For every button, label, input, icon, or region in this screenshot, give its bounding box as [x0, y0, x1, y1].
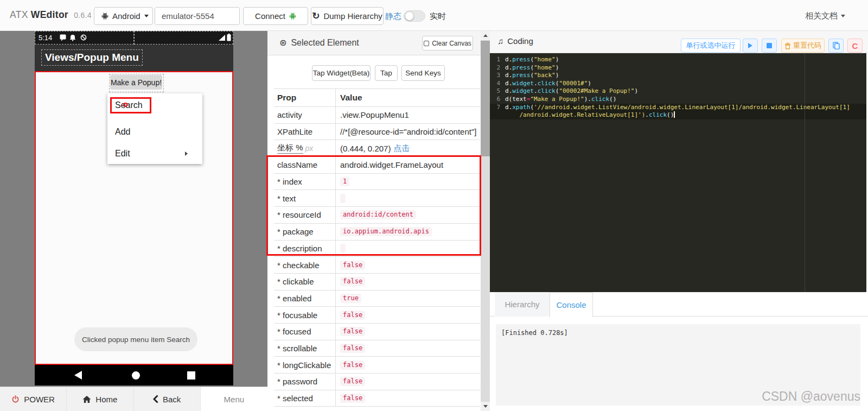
scrollbar-thumb[interactable] — [481, 41, 490, 156]
app-brand: ATX WEditor 0.6.4 — [10, 9, 92, 21]
prop-label: * resourceId — [274, 207, 335, 223]
prop-value: .view.PopupMenu1 — [335, 107, 480, 123]
hierarchy-overlay-box: Views/Popup Menu — [41, 49, 143, 66]
prop-value: false — [335, 274, 480, 290]
platform-select[interactable]: Android — [94, 7, 153, 25]
make-popup-button: Make a Popup! — [110, 75, 162, 90]
inspector-panel: ⊛ Selected Element Clear Canvas Tap Widg… — [267, 31, 490, 411]
code-line-4: 4d.widget.click("00001#") — [490, 80, 866, 88]
platform-select-label: Android — [112, 11, 141, 21]
code-line-7-wrap: /android.widget.RelativeLayout[1]').clic… — [490, 111, 866, 119]
prop-label: * enabled — [274, 290, 335, 307]
docs-dropdown-label: 相关文档 — [805, 11, 838, 21]
scroll-up-button[interactable] — [481, 31, 490, 40]
prop-value — [335, 190, 480, 206]
prop-label: * text — [274, 190, 335, 206]
prop-value: true — [335, 290, 480, 307]
reload-button[interactable]: C — [847, 39, 863, 53]
coding-header: ♫ Coding 单行或选中运行 重置代码 C — [490, 31, 868, 53]
menu-item-label: Search — [115, 100, 143, 110]
prop-value: false — [335, 307, 480, 323]
prop-row-activity: activity.view.PopupMenu1 — [274, 107, 480, 124]
prop-label: * description — [274, 241, 335, 257]
android-icon — [289, 12, 296, 20]
status-time: 5:14 — [39, 34, 52, 42]
popup-menu-item-search: Search — [107, 97, 202, 113]
column-header-value: Value — [335, 89, 480, 106]
back-button[interactable]: Back — [134, 387, 201, 411]
prop-row-focused: * focusedfalse — [274, 324, 480, 340]
home-button-label: Home — [95, 395, 117, 404]
docs-dropdown[interactable]: 相关文档 — [805, 11, 845, 21]
reset-code-button[interactable]: 重置代码 — [781, 39, 825, 53]
inspector-scrollbar[interactable] — [481, 31, 490, 411]
menu-button[interactable]: Menu — [201, 387, 267, 411]
device-serial-input[interactable] — [155, 7, 240, 25]
code-line-7: 7d.xpath('//android.widget.ListView/andr… — [490, 104, 866, 112]
line-number: 4 — [490, 80, 505, 88]
prop-row-longClickable: * longClickablefalse — [274, 357, 480, 374]
prop-value: android.widget.FrameLayout — [335, 157, 480, 173]
battery-icon — [227, 34, 231, 41]
line-number: 2 — [490, 64, 505, 72]
brand-version: 0.6.4 — [74, 11, 92, 20]
tap-button[interactable]: Tap — [375, 65, 398, 81]
inspector-header: ⊛ Selected Element Clear Canvas — [267, 31, 481, 55]
prop-row-focusable: * focusablefalse — [274, 307, 480, 324]
play-button[interactable] — [743, 39, 758, 53]
dump-hierarchy-button[interactable]: ↻ Dump Hierarchy — [311, 7, 384, 25]
prop-value: 1 — [335, 174, 480, 190]
refresh-icon: ↻ — [312, 11, 320, 21]
prop-label: * focused — [274, 324, 335, 340]
clear-canvas-label: Clear Canvas — [432, 40, 471, 47]
connect-button-label: Connect — [255, 11, 285, 21]
prop-row-text: * text — [274, 190, 480, 207]
tab-hierarchy[interactable]: Hierarchy — [495, 292, 550, 317]
music-icon: ♫ — [497, 36, 503, 46]
home-button[interactable]: Home — [67, 387, 133, 411]
clear-canvas-button[interactable]: Clear Canvas — [422, 36, 473, 50]
connect-button[interactable]: Connect — [243, 7, 308, 25]
line-number — [490, 111, 505, 119]
prop-label: * clickable — [274, 274, 335, 290]
tap-widget-button[interactable]: Tap Widget(Beta) — [312, 65, 371, 81]
prop-value: false — [335, 374, 480, 390]
scroll-down-button[interactable] — [481, 402, 490, 411]
send-keys-button[interactable]: Send Keys — [401, 65, 445, 81]
menu-button-label: Menu — [224, 395, 245, 404]
prop-label: 坐标 %px — [274, 140, 335, 156]
status-bar: 5:14 — [35, 31, 233, 45]
code-editor[interactable]: 1d.press("home")2d.press("home")3d.press… — [490, 53, 866, 292]
prop-value: false — [335, 257, 480, 273]
column-header-prop: Prop — [274, 89, 335, 106]
device-screen-mirror[interactable]: 5:14 Views/Popup Menu Make a P — [35, 31, 233, 385]
toast-message: Clicked popup menu item Search — [74, 327, 197, 351]
asterisk-icon: ⊛ — [279, 37, 286, 48]
prop-label: * selected — [274, 390, 335, 407]
prop-row-package: * packageio.appium.android.apis — [274, 224, 480, 241]
prop-label: * checkable — [274, 257, 335, 273]
play-icon — [748, 43, 752, 48]
mode-toggle[interactable] — [404, 10, 425, 22]
power-button[interactable]: POWER — [0, 387, 67, 411]
prop-row-className: classNameandroid.widget.FrameLayout — [274, 157, 480, 174]
nav-home-icon — [132, 371, 140, 380]
prop-row-resourceId: * resourceIdandroid:id/content — [274, 207, 480, 224]
stop-button[interactable] — [762, 39, 777, 53]
toggle-knob — [405, 11, 414, 21]
property-table-header: Prop Value — [274, 89, 480, 107]
run-selection-button[interactable]: 单行或选中运行 — [681, 39, 741, 53]
copy-icon — [833, 42, 840, 49]
prop-row-password: * passwordfalse — [274, 374, 480, 390]
submenu-arrow-icon — [185, 151, 188, 156]
app-title: Views/Popup Menu — [45, 52, 139, 64]
prop-value: android:id/content — [335, 207, 480, 223]
coding-title: ♫ Coding — [497, 36, 533, 46]
screen-content: Make a Popup! Search Add Edit Clicked po… — [35, 71, 233, 365]
reload-icon: C — [852, 41, 858, 50]
stop-icon — [767, 43, 772, 48]
menu-item-label: Add — [115, 127, 130, 137]
tab-console[interactable]: Console — [550, 292, 593, 317]
tap-coords-link[interactable]: 点击 — [393, 143, 410, 154]
copy-button[interactable] — [828, 39, 844, 53]
